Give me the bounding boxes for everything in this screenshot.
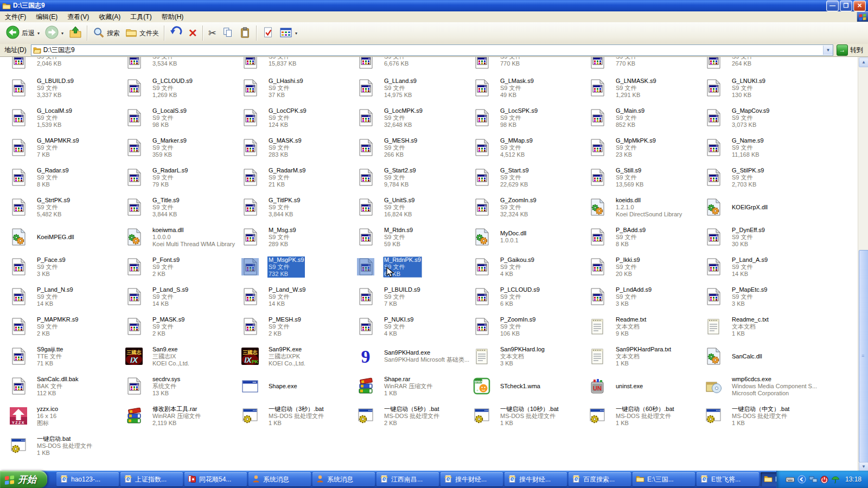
file-tile[interactable]: P_LndAdd.s9S9 文件3 KB — [589, 284, 700, 309]
file-tile[interactable]: G_MAPMKR.s9S9 文件7 KB — [10, 135, 122, 160]
taskbar-button-3[interactable]: 系统消息 — [248, 472, 311, 486]
network-icon[interactable] — [809, 475, 818, 484]
file-tile[interactable]: G_LocSPK.s9S9 文件98 KB — [473, 105, 585, 130]
taskbar-button-5[interactable]: e江西南昌... — [376, 472, 439, 486]
restore-button[interactable]: ❐ — [840, 1, 852, 11]
file-tile[interactable]: SanCalc.dll.bakBAK 文件112 KB — [10, 374, 122, 399]
file-tile[interactable]: G_LocMPK.s9S9 文件32,648 KB — [357, 105, 469, 130]
forward-button[interactable]: ▾ — [42, 24, 66, 42]
file-tile[interactable]: P_MESH.s9S9 文件2 KB — [241, 314, 353, 339]
file-tile[interactable]: G_LMask.s9S9 文件49 KB — [473, 75, 585, 100]
file-tile[interactable]: Readme.txt文本文档9 KB — [589, 314, 700, 339]
file-tile[interactable]: G_Still.s9S9 文件13,569 KB — [589, 165, 700, 190]
file-tile[interactable]: G_LocCPK.s9S9 文件124 KB — [241, 105, 353, 130]
address-input[interactable]: D:\三国志9 ▼ — [31, 44, 833, 56]
address-dropdown-button[interactable]: ▼ — [823, 46, 833, 55]
taskbar-button-4[interactable]: 系统消息 — [312, 472, 375, 486]
file-tile[interactable]: 一键启动.batMS-DOS 批处理文件1 KB — [10, 433, 122, 458]
file-tile[interactable]: P_BAdd.s9S9 文件8 KB — [589, 224, 700, 249]
file-tile[interactable]: G_LCLOUD.s9S9 文件1,269 KB — [125, 75, 237, 100]
taskbar-button-7[interactable]: e搜牛财经... — [505, 472, 567, 486]
file-tile[interactable]: G_MapCov.s9S9 文件3,073 KB — [705, 105, 816, 130]
file-tile[interactable]: P_MapEtc.s9S9 文件3 KB — [705, 284, 816, 309]
file-tile[interactable]: G_Start2.s9S9 文件9,784 KB — [357, 165, 469, 190]
file-tile[interactable]: G_StilPK.s9S9 文件2,703 KB — [705, 165, 816, 190]
chevron-icon[interactable] — [797, 475, 806, 484]
file-tile[interactable]: G_MpMkPK.s9S9 文件23 KB — [589, 135, 700, 160]
file-tile[interactable]: S9gaiji.tteTTE 文件71 KB — [10, 344, 122, 369]
file-tile[interactable]: S9 文件2,046 KB — [10, 57, 122, 73]
file-tile[interactable]: SanCalc.dll — [705, 344, 816, 369]
go-button[interactable]: → 转到 — [837, 44, 863, 56]
taskbar-button-8[interactable]: e百度搜索... — [569, 472, 631, 486]
file-tile[interactable]: 9San9PKHard.exeSan9PKHard Microsoft 基础类.… — [357, 344, 469, 369]
umbrella-icon[interactable] — [831, 475, 840, 484]
file-tile[interactable]: Readme_c.txt文本文档1 KB — [705, 314, 816, 339]
back-button[interactable]: 后退▾ — [3, 24, 42, 42]
file-tile[interactable]: G_LNUKI.s9S9 文件130 KB — [705, 75, 816, 100]
cut-button[interactable]: ✂ — [206, 24, 219, 42]
file-tile[interactable]: MyDoc.dll1.0.0.1 — [473, 224, 585, 249]
file-tile[interactable]: P_LCLOUD.s9S9 文件6 KB — [473, 284, 585, 309]
menu-item-0[interactable]: 文件(F) — [0, 11, 31, 23]
file-tile[interactable]: San9PKHard.log文本文档3 KB — [473, 344, 585, 369]
keyboard-icon[interactable] — [786, 475, 795, 484]
file-tile[interactable]: G_Radar.s9S9 文件8 KB — [10, 165, 122, 190]
file-tile[interactable]: G_LHashi.s9S9 文件37 KB — [241, 75, 353, 100]
file-tile[interactable]: 一键启动（60秒）.batMS-DOS 批处理文件1 KB — [589, 403, 700, 428]
taskbar-button-9[interactable]: E:\三国... — [633, 472, 695, 486]
undo-button[interactable] — [167, 24, 186, 42]
file-tile[interactable]: P_Ikki.s9S9 文件20 KB — [589, 254, 700, 279]
close-button[interactable]: ✕ — [853, 1, 866, 11]
scroll-up-button[interactable]: ▲ — [859, 57, 868, 67]
file-tile[interactable]: G_LBUILD.s9S9 文件3,337 KB — [10, 75, 122, 100]
file-tile[interactable]: G_LLand.s9S9 文件14,975 KB — [357, 75, 469, 100]
file-tile[interactable]: YZZXyzzx.ico16 x 16图标 — [10, 403, 122, 428]
file-tile[interactable]: M_Msg.s9S9 文件289 KB — [241, 224, 353, 249]
file-tile[interactable]: San9PKHardPara.txt文本文档1 KB — [589, 344, 700, 369]
file-tile[interactable]: G_ZoomIn.s9S9 文件32,324 KB — [473, 195, 585, 220]
taskbar-button-0[interactable]: ehao123-... — [56, 472, 119, 486]
folders-button[interactable]: 文件夹 — [123, 24, 162, 42]
start-button[interactable]: 开始 — [0, 471, 47, 488]
file-tile[interactable]: 一键启动（5秒）.batMS-DOS 批处理文件2 KB — [357, 403, 469, 428]
delete-button[interactable]: ✕ — [186, 24, 200, 42]
file-tile[interactable]: G_MASK.s9S9 文件283 KB — [241, 135, 353, 160]
file-tile[interactable]: S9 文件3,534 KB — [125, 57, 237, 73]
file-tile[interactable]: S9 文件264 KB — [705, 57, 816, 73]
file-tile[interactable]: 修改剧本工具.rarWinRAR 压缩文件2,119 KB — [125, 403, 237, 428]
file-tile[interactable]: P_DynEff.s9S9 文件30 KB — [705, 224, 816, 249]
file-tile[interactable]: P_Land_A.s9S9 文件14 KB — [705, 254, 816, 279]
taskbar-button-2[interactable]: 同花顺54... — [184, 472, 247, 486]
copy-button[interactable] — [219, 24, 237, 42]
scroll-down-button[interactable]: ▼ — [859, 462, 868, 471]
file-tile[interactable]: P_MASK.s9S9 文件2 KB — [125, 314, 237, 339]
file-tile[interactable]: P_Land_N.s9S9 文件14 KB — [10, 284, 122, 309]
file-tile[interactable]: G_RadarM.s9S9 文件21 KB — [241, 165, 353, 190]
taskbar-button-6[interactable]: e搜牛财经... — [441, 472, 503, 486]
file-tile[interactable]: P_LBUILD.s9S9 文件7 KB — [357, 284, 469, 309]
minimize-button[interactable]: — — [826, 1, 839, 11]
file-tile[interactable]: WMASTcheck1.wma — [473, 374, 585, 399]
taskbar-button-1[interactable]: e上证指数... — [120, 472, 183, 486]
search-button[interactable]: 搜索 — [90, 24, 123, 42]
power-icon[interactable] — [820, 476, 828, 484]
menu-item-1[interactable]: 编辑(E) — [31, 11, 62, 23]
file-tile[interactable]: G_UnitS.s9S9 文件16,824 KB — [357, 195, 469, 220]
file-tile[interactable]: KoeiMPEG.dll — [10, 224, 122, 249]
file-tile[interactable]: G_RadarL.s9S9 文件79 KB — [125, 165, 237, 190]
file-tile[interactable]: P_MAPMKR.s9S9 文件2 KB — [10, 314, 122, 339]
file-tile[interactable]: 三國志IXPKSan9PK.exe三國志IXPKKOEI Co.,Ltd. — [241, 344, 353, 369]
menu-item-4[interactable]: 工具(T) — [125, 11, 156, 23]
file-tile[interactable]: G_Marker.s9S9 文件359 KB — [125, 135, 237, 160]
scroll-thumb[interactable] — [859, 250, 868, 463]
file-tile[interactable]: G_Main.s9S9 文件852 KB — [589, 105, 700, 130]
file-tile[interactable]: G_StrtPK.s9S9 文件5,482 KB — [10, 195, 122, 220]
menu-item-5[interactable]: 帮助(H) — [157, 11, 189, 23]
vertical-scrollbar[interactable]: ▲ ▼ — [858, 57, 868, 471]
file-tile[interactable]: 三國志IXSan9.exe三國志IXKOEI Co.,Ltd. — [125, 344, 237, 369]
file-tile[interactable]: P_Land_S.s9S9 文件14 KB — [125, 284, 237, 309]
file-tile[interactable]: G_LocalS.s9S9 文件98 KB — [125, 105, 237, 130]
file-tile[interactable]: secdrv.sys系统文件13 KB — [125, 374, 237, 399]
file-tile[interactable]: G_LNMASK.s9S9 文件1,291 KB — [589, 75, 700, 100]
